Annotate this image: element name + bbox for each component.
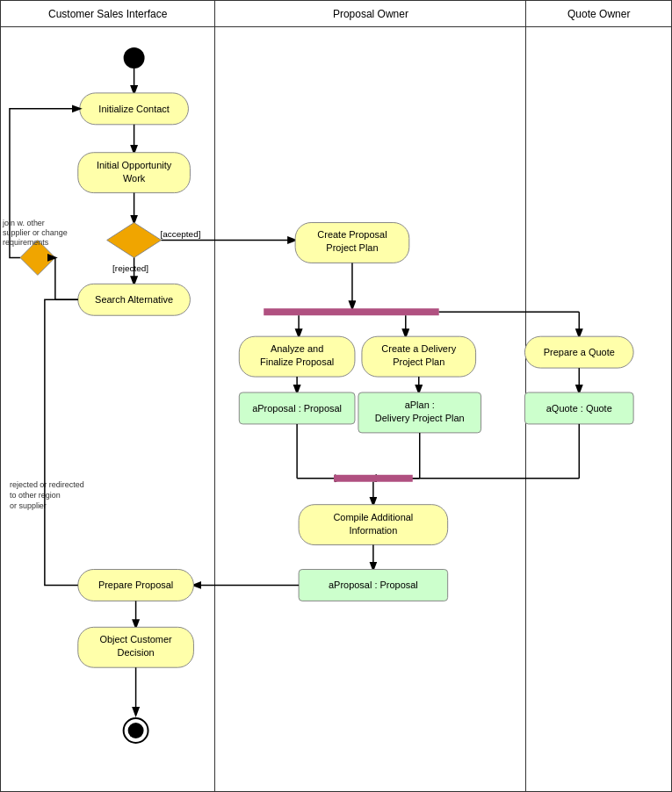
header-proposal: Proposal Owner: [215, 1, 526, 26]
lane-customer: [1, 27, 215, 792]
swimlane-body: [1, 27, 671, 792]
diagram-container: Customer Sales Interface Proposal Owner …: [0, 0, 672, 792]
swimlane-headers: Customer Sales Interface Proposal Owner …: [1, 1, 671, 27]
lane-quote: [526, 27, 671, 792]
lane-proposal: [215, 27, 526, 792]
header-customer: Customer Sales Interface: [1, 1, 215, 26]
header-quote: Quote Owner: [526, 1, 671, 26]
initialize-contact-node: [80, 106, 189, 138]
initial-opportunity-node: [78, 166, 191, 206]
